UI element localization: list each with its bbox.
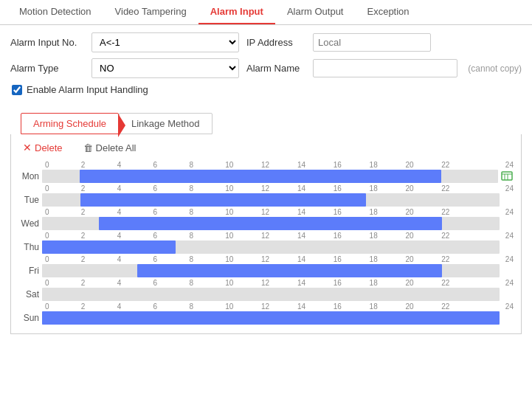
sub-tabs-container: Arming ScheduleLinkage Method [10, 113, 522, 134]
tab-exception[interactable]: Exception [355, 0, 421, 24]
tab-alarm-input[interactable]: Alarm Input [198, 0, 275, 24]
day-label: Tue [18, 195, 42, 205]
alarm-type-select[interactable]: NO [91, 58, 239, 78]
day-row: Sat [18, 288, 514, 301]
delete-x-icon: ✕ [23, 142, 32, 153]
day-row: Tue [18, 193, 514, 207]
alarm-type-label: Alarm Type [10, 63, 84, 74]
delete-all-button[interactable]: 🗑 Delete All [79, 141, 141, 155]
alarm-input-no-label: Alarm Input No. [10, 37, 84, 48]
alarm-name-input[interactable] [313, 59, 457, 77]
timeline-bar[interactable] [42, 193, 500, 207]
delete-button[interactable]: ✕ Delete [18, 140, 67, 155]
sub-tab-linkage-method[interactable]: Linkage Method [119, 113, 213, 134]
day-row: Sun [18, 311, 514, 325]
bar-segment [42, 311, 500, 325]
ip-address-label: IP Address [246, 37, 305, 48]
trash-icon: 🗑 [83, 142, 93, 153]
bar-segment [137, 264, 442, 277]
cannot-copy-note: (cannot copy) [468, 63, 522, 74]
day-label: Fri [18, 266, 42, 276]
bar-segment [80, 170, 441, 183]
bar-segment [99, 217, 442, 230]
enable-alarm-checkbox[interactable] [12, 85, 22, 95]
day-label: Sat [18, 289, 42, 300]
svg-rect-0 [502, 172, 512, 180]
timeline-bar[interactable] [42, 170, 498, 183]
day-label: Sun [18, 313, 42, 323]
enable-alarm-label[interactable]: Enable Alarm Input Handling [27, 84, 148, 95]
day-row: Fri [18, 264, 514, 277]
edit-schedule-icon[interactable] [500, 170, 514, 183]
day-label: Wed [18, 218, 42, 229]
bar-segment [42, 240, 176, 254]
day-label: Mon [18, 171, 42, 181]
sub-tab-arming-schedule[interactable]: Arming Schedule [21, 113, 119, 134]
schedule-area: ✕ Delete 🗑 Delete All 024681012141618202… [10, 134, 522, 334]
alarm-name-label: Alarm Name [246, 63, 305, 74]
timeline-bar[interactable] [42, 288, 500, 301]
tabs-bar: Motion DetectionVideo TamperingAlarm Inp… [0, 0, 532, 25]
bar-segment [80, 193, 366, 207]
timeline-bar[interactable] [42, 217, 500, 230]
timeline-bar[interactable] [42, 264, 500, 277]
tab-video-tampering[interactable]: Video Tampering [103, 0, 198, 24]
day-row: Mon [18, 170, 514, 183]
delete-all-label: Delete All [96, 142, 137, 153]
alarm-input-no-select[interactable]: A<-1 [91, 32, 239, 52]
day-row: Thu [18, 240, 514, 254]
form-section: Alarm Input No. A<-1 IP Address Alarm Ty… [0, 25, 532, 108]
day-row: Wed [18, 217, 514, 230]
ip-address-input[interactable] [313, 33, 431, 52]
timeline-bar[interactable] [42, 240, 500, 254]
delete-label: Delete [35, 142, 63, 153]
day-label: Thu [18, 242, 42, 252]
toolbar: ✕ Delete 🗑 Delete All [18, 140, 514, 155]
timeline-bar[interactable] [42, 311, 500, 325]
tab-alarm-output[interactable]: Alarm Output [275, 0, 356, 24]
schedule-grid: 024681012141618202224Mon0246810121416182… [18, 161, 514, 325]
tab-motion-detection[interactable]: Motion Detection [7, 0, 103, 24]
